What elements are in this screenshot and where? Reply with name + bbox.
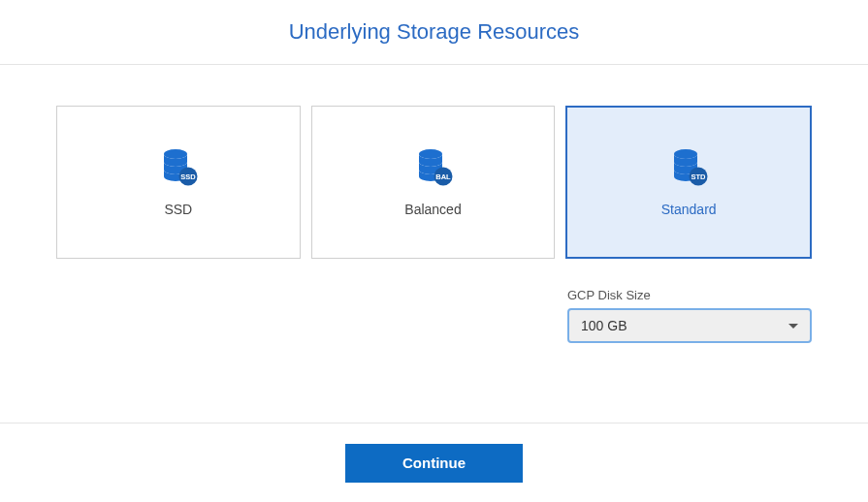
disk-size-value: 100 GB [581, 318, 788, 333]
database-ssd-icon: SSD [158, 147, 199, 188]
continue-button[interactable]: Continue [345, 444, 523, 483]
chevron-down-icon [788, 324, 798, 329]
page-title: Underlying Storage Resources [289, 19, 580, 45]
disk-size-label: GCP Disk Size [567, 288, 812, 302]
footer: Continue [0, 423, 868, 502]
content-area: SSD SSD BAL Balanced [0, 65, 868, 343]
storage-options-row: SSD SSD BAL Balanced [56, 106, 812, 259]
option-label: Standard [661, 202, 717, 217]
option-balanced[interactable]: BAL Balanced [311, 106, 556, 259]
database-balanced-icon: BAL [413, 147, 454, 188]
svg-text:BAL: BAL [435, 173, 451, 181]
option-standard[interactable]: STD Standard [565, 106, 812, 259]
svg-point-3 [419, 149, 442, 159]
header: Underlying Storage Resources [0, 0, 868, 65]
option-label: Balanced [404, 202, 461, 217]
svg-text:STD: STD [691, 173, 707, 181]
disk-size-select[interactable]: 100 GB [567, 308, 812, 343]
svg-point-6 [674, 149, 697, 159]
svg-point-0 [164, 149, 187, 159]
svg-text:SSD: SSD [180, 173, 196, 181]
option-label: SSD [164, 202, 192, 217]
option-ssd[interactable]: SSD SSD [56, 106, 301, 259]
disk-size-section: GCP Disk Size 100 GB [56, 288, 812, 343]
database-standard-icon: STD [668, 147, 709, 188]
